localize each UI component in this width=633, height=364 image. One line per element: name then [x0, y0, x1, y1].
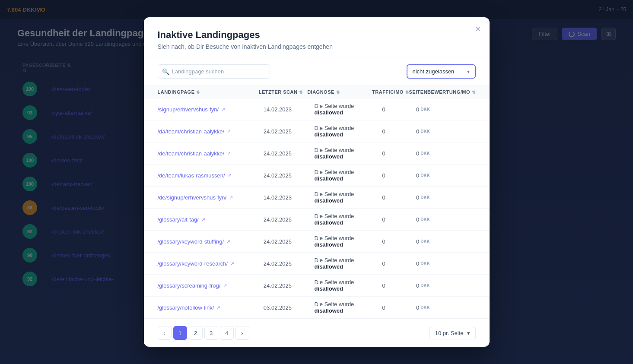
landing-page-link[interactable]: /glossary/screaming-frog/ ↗ — [158, 282, 264, 289]
diagnose-cell: Die Seite wurdedisallowed — [315, 213, 382, 226]
scan-date: 24.02.2025 — [264, 238, 315, 245]
per-page-label: 10 pr. Seite — [435, 330, 464, 336]
score-cell: 0 DKK — [416, 238, 475, 245]
diagnose-cell: Die Seite wurdedisallowed — [315, 301, 382, 314]
diagnose-cell: Die Seite wurdedisallowed — [315, 257, 382, 270]
filter-dropdown-value: nicht zugelassen — [413, 68, 455, 75]
modal-overlay: × Inaktive Landingpages Sieh nach, ob Di… — [0, 0, 633, 364]
score-cell: 0 DKK — [416, 150, 475, 157]
page-url: /glossary/keyword-research/ — [158, 260, 228, 267]
score-cell: 0 DKK — [416, 282, 475, 289]
landing-page-link[interactable]: /de/team/lukas-rasmussen/ ↗ — [158, 172, 264, 179]
diagnose-cell: Die Seite wurdedisallowed — [315, 235, 382, 248]
table-row: /glossary/screaming-frog/ ↗ 24.02.2025 D… — [144, 275, 490, 297]
external-link-icon: ↗ — [226, 239, 230, 244]
traffic-cell: 0 — [382, 106, 417, 113]
traffic-cell: 0 — [382, 282, 417, 289]
landing-page-link[interactable]: /da/team/christian-aalykke/ ↗ — [158, 128, 264, 135]
traffic-cell: 0 — [382, 216, 417, 223]
modal-header: Inaktive Landingpages Sieh nach, ob Dir … — [144, 17, 490, 57]
diagnose-cell: Die Seite wurdedisallowed — [315, 279, 382, 292]
scan-date: 24.02.2025 — [264, 150, 315, 157]
traffic-cell: 0 — [382, 150, 417, 157]
modal-close-button[interactable]: × — [475, 24, 481, 34]
external-link-icon: ↗ — [227, 151, 231, 156]
per-page-select[interactable]: 10 pr. Seite ▾ — [429, 327, 476, 339]
scan-date: 24.02.2025 — [264, 128, 315, 135]
external-link-icon: ↗ — [230, 261, 234, 266]
external-link-icon: ↗ — [216, 305, 220, 310]
scan-date: 14.02.2023 — [264, 194, 315, 201]
modal-title: Inaktive Landingpages — [158, 29, 476, 41]
traffic-cell: 0 — [382, 128, 417, 135]
scan-date: 24.02.2025 — [264, 172, 315, 179]
modal-table: LANDINGPAGE ⇅ LETZTER SCAN ⇅ DIAGNOSE ⇅ … — [144, 85, 490, 319]
traffic-cell: 0 — [382, 304, 417, 311]
sort-icon-seitenbewertung: ⇅ — [472, 90, 476, 95]
landing-page-link[interactable]: /glossary/nofollow-link/ ↗ — [158, 304, 264, 311]
sort-icon-landingpage: ⇅ — [196, 90, 200, 95]
external-link-icon: ↗ — [227, 129, 231, 134]
diagnose-cell: Die Seite wurdedisallowed — [315, 103, 382, 116]
score-cell: 0 DKK — [416, 172, 475, 179]
filter-dropdown[interactable]: nicht zugelassen ▾ — [407, 64, 476, 79]
table-row: /de/team/lukas-rasmussen/ ↗ 24.02.2025 D… — [144, 165, 490, 187]
chevron-down-icon-perpage: ▾ — [467, 330, 470, 336]
external-link-icon: ↗ — [223, 283, 227, 288]
chevron-down-icon: ▾ — [467, 69, 470, 75]
external-link-icon: ↗ — [228, 173, 232, 178]
traffic-cell: 0 — [382, 172, 417, 179]
table-row: /glossary/alt-tag/ ↗ 24.02.2025 Die Seit… — [144, 209, 490, 231]
col-seitenbewertung: SEITENBEWERTUNG/MO ⇅ — [409, 89, 475, 95]
col-diagnose: DIAGNOSE ⇅ — [307, 89, 372, 95]
scan-date: 03.02.2025 — [264, 304, 315, 311]
external-link-icon: ↗ — [201, 217, 205, 222]
traffic-cell: 0 — [382, 238, 417, 245]
score-cell: 0 DKK — [416, 194, 475, 201]
table-row: /signup/erhvervshus-fyn/ ↗ 14.02.2023 Di… — [144, 98, 490, 120]
landing-page-link[interactable]: /de/team/christian-aalykke/ ↗ — [158, 150, 264, 157]
landing-page-link[interactable]: /signup/erhvervshus-fyn/ ↗ — [158, 106, 264, 113]
pagination-page-3-button[interactable]: 3 — [204, 326, 218, 340]
scan-date: 24.02.2025 — [264, 282, 315, 289]
landing-page-link[interactable]: /de/signup/erhvervshus-fyn/ ↗ — [158, 194, 264, 201]
traffic-cell: 0 — [382, 194, 417, 201]
scan-date: 24.02.2025 — [264, 216, 315, 223]
search-input[interactable] — [158, 64, 270, 79]
page-url: /de/team/christian-aalykke/ — [158, 150, 225, 157]
scan-date: 24.02.2025 — [264, 260, 315, 267]
pagination-page-4-button[interactable]: 4 — [220, 326, 234, 340]
sort-icon-scan: ⇅ — [299, 90, 303, 95]
modal-toolbar: 🔍 nicht zugelassen ▾ — [144, 57, 490, 85]
landing-page-link[interactable]: /glossary/keyword-stuffing/ ↗ — [158, 238, 264, 245]
pagination-page-2-button[interactable]: 2 — [189, 326, 203, 340]
page-url: /glossary/keyword-stuffing/ — [158, 238, 224, 245]
table-row: /glossary/keyword-stuffing/ ↗ 24.02.2025… — [144, 231, 490, 253]
scan-date: 14.02.2023 — [264, 106, 315, 113]
score-cell: 0 DKK — [416, 216, 475, 223]
modal: × Inaktive Landingpages Sieh nach, ob Di… — [144, 17, 490, 347]
page-url: /glossary/nofollow-link/ — [158, 304, 214, 311]
page-url: /glossary/screaming-frog/ — [158, 282, 221, 289]
page-url: /da/team/christian-aalykke/ — [158, 128, 225, 135]
table-row: /glossary/nofollow-link/ ↗ 03.02.2025 Di… — [144, 297, 490, 319]
page-url: /de/signup/erhvervshus-fyn/ — [158, 194, 227, 201]
pagination-prev-button[interactable]: ‹ — [158, 326, 172, 340]
search-wrap: 🔍 — [158, 64, 270, 79]
table-row: /de/team/christian-aalykke/ ↗ 24.02.2025… — [144, 142, 490, 165]
table-header: LANDINGPAGE ⇅ LETZTER SCAN ⇅ DIAGNOSE ⇅ … — [144, 85, 490, 98]
diagnose-cell: Die Seite wurdedisallowed — [315, 125, 382, 138]
diagnose-cell: Die Seite wurdedisallowed — [315, 191, 382, 204]
pagination-page-1-button[interactable]: 1 — [173, 326, 187, 340]
external-link-icon: ↗ — [229, 195, 233, 200]
page-url: /de/team/lukas-rasmussen/ — [158, 172, 225, 179]
col-landingpage: LANDINGPAGE ⇅ — [158, 89, 259, 95]
landing-page-link[interactable]: /glossary/alt-tag/ ↗ — [158, 216, 264, 223]
diagnose-cell: Die Seite wurdedisallowed — [315, 147, 382, 160]
sort-icon-diagnose: ⇅ — [336, 90, 340, 95]
sort-icon-traffic: ⇅ — [405, 90, 409, 95]
modal-subtitle: Sieh nach, ob Dir Besuche von inaktiven … — [158, 43, 476, 50]
col-traffic: TRAFFIC/MO ⇅ — [372, 89, 409, 95]
pagination-next-button[interactable]: › — [235, 326, 249, 340]
landing-page-link[interactable]: /glossary/keyword-research/ ↗ — [158, 260, 264, 267]
